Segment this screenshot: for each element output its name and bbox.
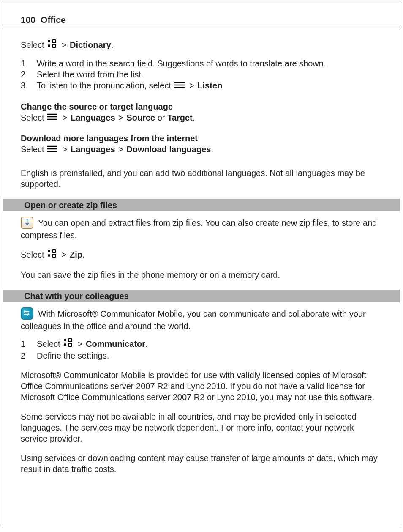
- text: With Microsoft® Communicator Mobile, you…: [21, 309, 366, 331]
- services-note: Some services may not be available in al…: [21, 411, 382, 444]
- list-item: Write a word in the search field. Sugges…: [21, 58, 382, 69]
- period: .: [211, 145, 213, 154]
- period: .: [111, 40, 114, 49]
- svg-point-14: [48, 254, 50, 257]
- svg-rect-15: [52, 250, 56, 252]
- list-item: Select the word from the list.: [21, 69, 382, 80]
- period: .: [82, 250, 85, 259]
- menu-lines-icon: [47, 112, 57, 123]
- zip-body: You can open and extract files from zip …: [21, 217, 382, 241]
- zip-note: You can save the zip files in the phone …: [21, 269, 382, 280]
- step-text: Define the settings.: [37, 350, 109, 361]
- page-content: Select > Dictionary. Write a word in the…: [3, 39, 400, 474]
- target-label: Target: [167, 113, 193, 122]
- svg-rect-16: [52, 254, 56, 257]
- period: .: [145, 339, 148, 348]
- change-language-heading: Change the source or target language: [21, 101, 382, 112]
- text-select: Select: [37, 339, 63, 348]
- svg-point-17: [64, 339, 66, 341]
- download-languages-heading: Download more languages from the interne…: [21, 133, 382, 144]
- svg-point-18: [64, 343, 66, 346]
- svg-rect-19: [68, 339, 72, 342]
- languages-label: Languages: [71, 145, 115, 154]
- menu-lines-icon: [174, 80, 185, 91]
- communicator-app-icon: [21, 307, 33, 320]
- section-heading-chat: Chat with your colleagues: [3, 290, 400, 302]
- communicator-label: Communicator: [86, 339, 145, 348]
- step-text: To listen to the pronunciation, select >…: [37, 80, 222, 92]
- page-title: Office: [41, 14, 66, 25]
- chevron-text: >: [118, 113, 125, 122]
- change-language-line: Select > Languages > Source or Target.: [21, 112, 382, 124]
- listen-label: Listen: [197, 81, 222, 90]
- chat-steps: Select > Communicator. Define the settin…: [21, 338, 382, 361]
- menu-lines-icon: [47, 144, 57, 155]
- page-header: 100 Office: [3, 3, 400, 27]
- chevron-text: >: [189, 81, 196, 90]
- svg-rect-2: [52, 40, 56, 43]
- text-select: Select: [21, 40, 46, 49]
- chevron-text: >: [78, 339, 85, 348]
- english-note: English is preinstalled, and you can add…: [21, 167, 382, 189]
- text-select: Select: [21, 113, 46, 122]
- chevron-text: >: [63, 145, 70, 154]
- svg-point-0: [48, 40, 50, 42]
- period: .: [193, 113, 195, 122]
- download-languages-label: Download languages: [126, 145, 211, 154]
- svg-point-1: [48, 44, 50, 47]
- apps-grid-icon: [47, 39, 57, 50]
- page-number: 100: [21, 14, 35, 25]
- list-item: Select > Communicator.: [21, 338, 382, 350]
- dictionary-steps: Write a word in the search field. Sugges…: [21, 58, 382, 92]
- zip-select-line: Select > Zip.: [21, 249, 382, 261]
- text: You can open and extract files from zip …: [21, 218, 377, 240]
- heading-text: Open or create zip files: [24, 200, 117, 210]
- step-text: Select the word from the list.: [37, 69, 143, 80]
- chevron-text: >: [62, 40, 69, 49]
- heading-text: Chat with your colleagues: [24, 291, 129, 301]
- chevron-text: >: [62, 250, 69, 259]
- chat-body: With Microsoft® Communicator Mobile, you…: [21, 308, 382, 332]
- text: To listen to the pronunciation, select: [37, 81, 174, 90]
- list-item: Define the settings.: [21, 350, 382, 361]
- chevron-text: >: [118, 145, 125, 154]
- step-text: Select > Communicator.: [37, 338, 148, 350]
- chevron-text: >: [63, 113, 70, 122]
- page: 100 Office Select > Dictionary. Write a …: [3, 3, 400, 527]
- text-select: Select: [21, 145, 46, 154]
- text-select: Select: [21, 250, 46, 259]
- languages-label: Languages: [71, 113, 115, 122]
- step-text: Write a word in the search field. Sugges…: [37, 58, 326, 69]
- zip-app-icon: [21, 217, 33, 229]
- apps-grid-icon: [63, 338, 73, 349]
- data-costs-note: Using services or downloading content ma…: [21, 452, 382, 474]
- download-languages-line: Select > Languages > Download languages.: [21, 144, 382, 156]
- or-text: or: [158, 113, 167, 122]
- source-label: Source: [126, 113, 155, 122]
- section-heading-zip: Open or create zip files: [3, 199, 400, 211]
- apps-grid-icon: [47, 249, 57, 260]
- list-item: To listen to the pronunciation, select >…: [21, 80, 382, 92]
- dictionary-select-line: Select > Dictionary.: [21, 39, 382, 51]
- dictionary-label: Dictionary: [70, 40, 111, 49]
- svg-rect-3: [52, 44, 56, 47]
- zip-label: Zip: [70, 250, 82, 259]
- svg-rect-20: [68, 343, 72, 346]
- license-note: Microsoft® Communicator Mobile is provid…: [21, 370, 382, 403]
- svg-point-13: [48, 250, 50, 252]
